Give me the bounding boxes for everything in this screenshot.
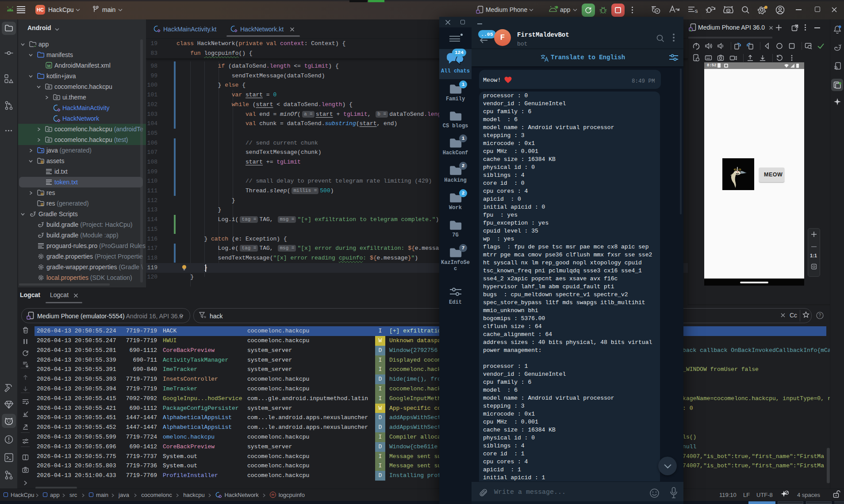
svg-text:M: M [47, 63, 51, 68]
svg-text:*: * [41, 149, 43, 154]
svg-text:?: ? [819, 313, 821, 318]
svg-text:s: s [695, 8, 698, 14]
